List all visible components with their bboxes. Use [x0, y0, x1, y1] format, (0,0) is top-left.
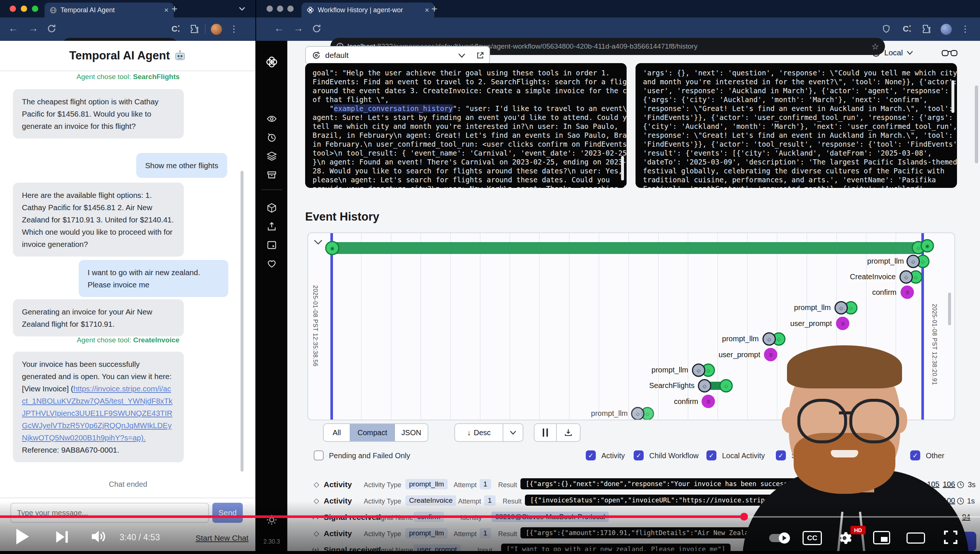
filter-activity-checkbox[interactable]: ✓: [586, 451, 596, 460]
zoom-window-button[interactable]: [287, 6, 294, 12]
theater-mode-button[interactable]: [907, 532, 925, 544]
namespace-selector[interactable]: default: [305, 46, 472, 65]
page-scrollbar[interactable]: [975, 85, 978, 163]
next-button[interactable]: [55, 530, 69, 544]
bot-message-invoice: Your invoice has been successfully gener…: [13, 352, 184, 462]
volume-button[interactable]: [91, 529, 107, 544]
zoom-window-button[interactable]: [32, 6, 38, 12]
nav-docs-icon[interactable]: [256, 240, 287, 250]
bot-message: The cheapest flight option is with Catha…: [13, 89, 184, 138]
signal-marker[interactable]: ))): [900, 285, 914, 299]
reload-button[interactable]: [47, 24, 56, 33]
extensions-puzzle-icon[interactable]: [922, 24, 931, 33]
nav-schedules-icon[interactable]: [256, 132, 287, 143]
code-scrollbar[interactable]: [951, 80, 955, 113]
nav-archive-icon[interactable]: [256, 170, 287, 180]
extensions-puzzle-icon[interactable]: [190, 24, 199, 33]
tab-workflow-history[interactable]: Workflow History | agent-wor ×: [301, 3, 434, 18]
timeline-scrollbar[interactable]: [948, 293, 951, 325]
left-tabstrip: Temporal AI Agent × +: [0, 0, 255, 18]
temporal-logo-icon[interactable]: [256, 56, 287, 68]
user-message: Show me other flights: [136, 153, 227, 178]
chrome-menu-kebab-icon[interactable]: ⋮: [961, 24, 970, 34]
profile-avatar[interactable]: [941, 24, 952, 35]
workflow-end-marker[interactable]: ◉: [921, 239, 934, 253]
nav-workflows-icon[interactable]: [256, 114, 287, 124]
labs-glasses-icon[interactable]: [942, 48, 958, 59]
minimize-window-button[interactable]: [21, 6, 27, 12]
autoplay-toggle[interactable]: [769, 534, 789, 542]
forward-button[interactable]: →: [28, 23, 38, 33]
chat-scrollbar[interactable]: [240, 171, 243, 471]
video-progress-bar[interactable]: [0, 516, 744, 518]
miniplayer-button[interactable]: [873, 531, 890, 544]
pending-failed-checkbox[interactable]: [314, 451, 324, 460]
workflow-input-json-right[interactable]: 'args': {}, 'next': 'question', 'respons…: [635, 63, 957, 188]
extension-shield-icon[interactable]: [882, 24, 891, 33]
activity-scheduled-marker[interactable]: ◇: [631, 407, 644, 420]
nav-feedback-heart-icon[interactable]: [256, 258, 287, 269]
activity-scheduled-marker[interactable]: ◇: [835, 301, 848, 315]
activity-completed-marker[interactable]: ◇: [719, 379, 733, 392]
chrome-menu-kebab-icon[interactable]: ⋮: [229, 24, 238, 34]
glasses-left-lens: [797, 399, 847, 443]
filter-child-workflow-checkbox[interactable]: ✓: [634, 451, 644, 460]
activity-scheduled-marker[interactable]: ◇: [907, 255, 920, 268]
tool-note-searchflights: Agent chose tool: SearchFlights: [0, 73, 256, 81]
settings-gear-button[interactable]: [837, 530, 852, 546]
activity-scheduled-marker[interactable]: ◇: [899, 270, 913, 284]
play-button[interactable]: [15, 528, 30, 545]
bot-message: Generating an invoice for your Air New Z…: [13, 299, 184, 336]
workflow-start-marker[interactable]: ◉: [325, 241, 339, 255]
new-tab-button[interactable]: +: [172, 3, 177, 15]
external-link-icon: [476, 51, 484, 59]
filter-local-activity-checkbox[interactable]: ✓: [706, 451, 716, 460]
view-json-button[interactable]: JSON: [395, 424, 428, 441]
workflow-execution-bar[interactable]: [332, 242, 922, 254]
event-label: prompt_llm: [651, 366, 688, 374]
signal-marker[interactable]: ))): [702, 395, 715, 408]
video-progress-remaining[interactable]: [744, 516, 980, 517]
sort-order-button[interactable]: ↓Desc: [454, 423, 523, 442]
close-window-button[interactable]: [10, 6, 16, 12]
workflow-input-json-left[interactable]: goal": "Help the user achieve their goal…: [305, 63, 627, 188]
timezone-selector[interactable]: Local: [872, 48, 913, 57]
profile-avatar[interactable]: [211, 24, 222, 35]
extension-ci-icon[interactable]: C⁚: [903, 24, 911, 34]
collapse-chevron-icon[interactable]: [313, 239, 323, 245]
reload-button[interactable]: [312, 24, 321, 33]
invoice-link[interactable]: https://invoice.stripe.com/i/acct_1NBOLu…: [22, 384, 173, 442]
minimize-window-button[interactable]: [277, 6, 283, 12]
tab-temporal-ai-agent[interactable]: Temporal AI Agent ×: [45, 3, 174, 18]
close-window-button[interactable]: [267, 6, 273, 12]
left-browser-window: Temporal AI Agent × + ← → localhost:5173…: [0, 0, 255, 554]
activity-scheduled-marker[interactable]: ◇: [698, 379, 711, 392]
tab-search-chevron-icon[interactable]: [238, 6, 246, 11]
captions-button[interactable]: CC: [803, 531, 822, 545]
code-scrollbar[interactable]: [621, 156, 624, 180]
pause-button[interactable]: [535, 428, 556, 437]
open-namespace-button[interactable]: [471, 46, 490, 65]
video-letterbox-bottom: [0, 551, 980, 554]
forward-button[interactable]: →: [293, 23, 303, 33]
extension-ci-icon[interactable]: C⁚: [172, 24, 180, 34]
signal-marker[interactable]: ))): [836, 317, 850, 330]
event-label: confirm: [674, 397, 698, 406]
new-tab-button[interactable]: +: [431, 3, 437, 15]
tool-note-createinvoice: Agent chose tool: CreateInvoice: [0, 336, 256, 344]
view-compact-button[interactable]: Compact: [350, 424, 395, 441]
back-button[interactable]: ←: [274, 23, 284, 33]
back-button[interactable]: ←: [8, 23, 18, 33]
video-playhead[interactable]: [740, 513, 748, 521]
tab-close-icon[interactable]: ×: [425, 6, 429, 14]
nav-namespaces-icon[interactable]: [256, 151, 287, 161]
fullscreen-button[interactable]: [943, 530, 958, 545]
tab-close-icon[interactable]: ×: [164, 6, 169, 14]
sort-chevron-button[interactable]: [503, 430, 523, 435]
activity-scheduled-marker[interactable]: ◇: [692, 363, 705, 377]
namespace-value: default: [325, 51, 453, 60]
download-history-button[interactable]: [557, 428, 580, 437]
nav-deployments-icon[interactable]: [256, 203, 287, 213]
view-all-button[interactable]: All: [324, 424, 350, 441]
nav-import-icon[interactable]: [256, 221, 287, 232]
